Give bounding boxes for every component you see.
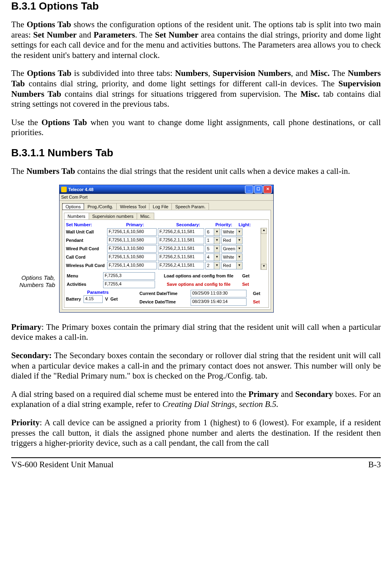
light-select[interactable]: White▼ [221, 253, 243, 261]
get-button[interactable]: Get [242, 273, 266, 278]
text: contains the dial strings that the resid… [75, 166, 350, 176]
device-datetime-input[interactable]: 08/23/09 15:40:14 [191, 298, 247, 306]
secondary-input[interactable]: F,7256,2,1,11,581 [158, 237, 204, 244]
light-select[interactable]: Green▼ [221, 245, 243, 253]
current-datetime-input[interactable]: 09/25/09 11:03:30 [191, 290, 247, 297]
secondary-input[interactable]: F,7256,2,5,11,581 [158, 253, 204, 261]
battery-get-button[interactable]: Get [110, 297, 117, 301]
primary-input[interactable]: F,7256,1,1,10,580 [107, 237, 157, 244]
vertical-scrollbar[interactable]: ▲ ▼ [261, 228, 267, 270]
device-datetime-label: Device Date/Time [139, 299, 187, 304]
priority-select[interactable]: 1▼ [205, 237, 220, 244]
secondary-input[interactable]: F,7256,2,3,11,581 [158, 245, 204, 253]
text-bold: Secondary: [11, 351, 52, 360]
tab-speech-param[interactable]: Speech Param. [171, 203, 209, 210]
col-primary: Primary: [109, 222, 161, 227]
text-italic: Creating Dial Strings, section B.5. [162, 399, 278, 409]
maximize-button[interactable]: ☐ [254, 185, 263, 193]
light-value: White [223, 255, 234, 259]
chevron-down-icon: ▼ [236, 237, 242, 244]
text-bold: Set Number [33, 30, 77, 40]
light-value: White [223, 229, 234, 234]
titlebar[interactable]: Telecor 4.48 _ ☐ ✕ [60, 185, 273, 194]
text-bold: Secondary [295, 389, 333, 399]
light-select[interactable]: Red▼ [221, 262, 243, 269]
primary-input[interactable]: F,7256,1,3,10,580 [107, 245, 157, 253]
close-button[interactable]: ✕ [263, 185, 272, 193]
footer-rule [11, 457, 381, 458]
load-options-label: Load options and config from file [157, 273, 240, 278]
primary-input[interactable]: F,7256,1,5,10,580 [107, 253, 157, 261]
chevron-down-icon: ▼ [236, 229, 242, 235]
heading-b311: B.3.1.1 Numbers Tab [11, 147, 381, 159]
footer-right: B-3 [368, 460, 381, 470]
paragraph-priority: Priority: A call device can be assigned … [11, 418, 381, 448]
chevron-down-icon: ▼ [236, 245, 242, 252]
chevron-down-icon: ▼ [214, 229, 220, 235]
tab-prog-config[interactable]: Prog./Config. [84, 203, 117, 210]
priority-select[interactable]: 4▼ [205, 253, 220, 261]
light-select[interactable]: White▼ [221, 228, 243, 236]
tab-numbers[interactable]: Numbers [64, 213, 89, 219]
activities-input[interactable]: F,7255,4 [103, 281, 155, 288]
text: The [330, 68, 348, 78]
light-select[interactable]: Red▼ [221, 237, 243, 244]
primary-input[interactable]: F,7256,1,4,10,580 [107, 262, 157, 269]
secondary-input[interactable]: F,7256,2,4,11,581 [158, 262, 204, 269]
set-button[interactable]: Set [242, 282, 266, 287]
text-bold: Numbers [175, 68, 208, 78]
caption-line: Options Tab, [22, 274, 56, 281]
datetime-get-button[interactable]: Get [253, 291, 273, 296]
chevron-down-icon: ▼ [236, 262, 242, 269]
app-icon [61, 187, 67, 192]
paragraph-3: Use the Options Tab when you want to cha… [11, 118, 381, 138]
text: and [77, 30, 94, 40]
menubar[interactable]: Set Com Port [60, 194, 273, 201]
text: . The [135, 30, 155, 40]
secondary-input[interactable]: F,7256,2,6,11,581 [158, 228, 204, 236]
chevron-down-icon: ▼ [214, 254, 220, 261]
text-bold: Numbers Tab [26, 166, 75, 176]
battery-unit: V [105, 297, 108, 301]
table-row: Call Cord F,7256,1,5,10,580 F,7256,2,5,1… [66, 253, 261, 261]
text-bold: Set Number [155, 30, 199, 40]
caption-line: Numbers Tab [20, 281, 56, 288]
table-row: Pendant F,7256,1,1,10,580 F,7256,2,1,11,… [66, 236, 261, 245]
text: , [208, 68, 213, 78]
tab-options[interactable]: Options [62, 203, 84, 210]
row-label: Pendant [66, 238, 106, 243]
footer-left: VS-600 Resident Unit Manual [11, 460, 113, 470]
minimize-button[interactable]: _ [245, 185, 253, 193]
light-value: Green [223, 246, 235, 251]
col-light: Light: [239, 222, 257, 227]
text-bold: Primary [11, 322, 42, 332]
datetime-set-button[interactable]: Set [253, 299, 273, 304]
text: , and [291, 68, 310, 78]
save-options-label: Save options and config to file [157, 282, 240, 287]
scroll-down-icon[interactable]: ▼ [261, 264, 267, 270]
row-label: Wired Pull Cord [66, 246, 106, 251]
priority-select[interactable]: 6▼ [205, 228, 220, 236]
table-row: Wireless Pull Cord F,7256,1,4,10,580 F,7… [66, 261, 261, 270]
scroll-up-icon[interactable]: ▲ [261, 228, 267, 234]
col-secondary: Secondary: [162, 222, 214, 227]
heading-b31: B.3.1 Options Tab [11, 0, 381, 12]
text: Use the [11, 118, 42, 127]
col-priority: Priority: [215, 222, 237, 227]
tab-log-file[interactable]: Log File [149, 203, 172, 210]
app-window: Telecor 4.48 _ ☐ ✕ Set Com Port Options … [59, 185, 274, 313]
text-bold: Options Tab [27, 20, 71, 29]
priority-select[interactable]: 5▼ [205, 245, 220, 253]
activities-label: Activities [67, 282, 101, 287]
tab-supervision-numbers[interactable]: Supervision numbers [89, 213, 137, 219]
tab-misc[interactable]: Misc. [137, 213, 154, 219]
battery-input[interactable]: 4.15 [84, 295, 103, 303]
chevron-down-icon: ▼ [214, 237, 220, 244]
priority-select[interactable]: 2▼ [205, 262, 220, 269]
figure-caption: Options Tab, Numbers Tab [11, 274, 59, 313]
sub-tabs: Numbers Supervision numbers Misc. [64, 213, 269, 219]
primary-input[interactable]: F,7256,1,6,10,580 [107, 228, 157, 236]
menu-input[interactable]: F,7255,3 [103, 272, 155, 280]
text: A dial string based on a required dial s… [11, 389, 249, 399]
tab-wireless-tool[interactable]: Wireless Tool [116, 203, 149, 210]
